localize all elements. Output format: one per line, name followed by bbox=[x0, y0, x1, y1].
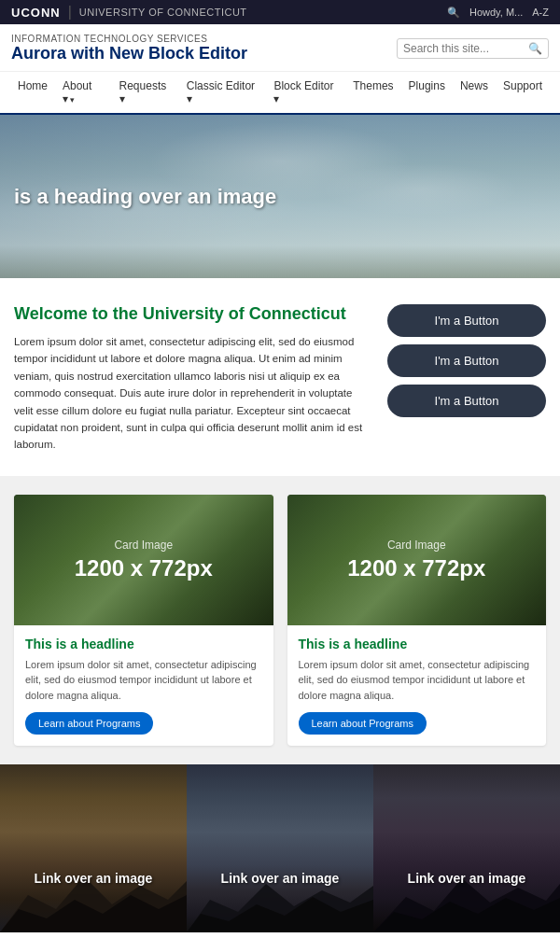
link-image-3-text: Link over an image bbox=[373, 871, 560, 886]
link-image-2-text: Link over an image bbox=[187, 871, 373, 886]
card-2-image-size: 1200 x 772px bbox=[347, 555, 485, 581]
chevron-down-icon: ▾ bbox=[63, 92, 75, 105]
az-link[interactable]: A-Z bbox=[532, 7, 549, 18]
link-image-2[interactable]: Link over an image bbox=[187, 764, 373, 932]
nav-item-plugins[interactable]: Plugins bbox=[402, 72, 452, 113]
chevron-down-icon: ▾ bbox=[187, 92, 192, 105]
card-1-image-size: 1200 x 772px bbox=[75, 555, 213, 581]
hero-heading: is a heading over an image bbox=[14, 185, 276, 209]
hero-section: is a heading over an image bbox=[0, 115, 560, 278]
main-nav: Home About ▾ Requests ▾ Classic Editor ▾… bbox=[0, 72, 560, 115]
cards-grid: Card Image 1200 x 772px This is a headli… bbox=[14, 495, 546, 747]
nav-link-support[interactable]: Support bbox=[497, 72, 549, 100]
card-1-image-label: Card Image bbox=[114, 539, 173, 552]
site-title: Aurora with New Block Editor bbox=[11, 44, 247, 63]
link-image-3[interactable]: Link over an image bbox=[373, 764, 560, 932]
search-submit-icon[interactable]: 🔍 bbox=[528, 42, 542, 55]
nav-item-block-editor[interactable]: Block Editor ▾ bbox=[267, 72, 344, 113]
card-1-button[interactable]: Learn about Programs bbox=[25, 712, 153, 735]
nav-item-requests[interactable]: Requests ▾ bbox=[113, 72, 178, 113]
nav-item-news[interactable]: News bbox=[454, 72, 495, 113]
uconn-logo: UCONN bbox=[11, 6, 61, 20]
chevron-down-icon: ▾ bbox=[273, 92, 279, 105]
nav-item-themes[interactable]: Themes bbox=[346, 72, 399, 113]
nav-link-block-editor[interactable]: Block Editor ▾ bbox=[267, 72, 344, 113]
mountain-svg-2 bbox=[187, 858, 373, 932]
site-header: INFORMATION TECHNOLOGY SERVICES Aurora w… bbox=[0, 24, 560, 72]
link-image-1-text: Link over an image bbox=[0, 871, 187, 886]
nav-item-classic-editor[interactable]: Classic Editor ▾ bbox=[180, 72, 266, 113]
cards-section: Card Image 1200 x 772px This is a headli… bbox=[0, 476, 560, 765]
card-1: Card Image 1200 x 772px This is a headli… bbox=[14, 495, 273, 747]
nav-link-about[interactable]: About ▾ bbox=[56, 72, 111, 113]
card-1-body: This is a headline Lorem ipsum dolor sit… bbox=[14, 625, 273, 747]
top-bar-right: 🔍 Howdy, M... A-Z bbox=[447, 7, 549, 19]
button-3[interactable]: I'm a Button bbox=[387, 385, 546, 417]
card-2-button[interactable]: Learn about Programs bbox=[299, 712, 427, 735]
card-1-headline: This is a headline bbox=[25, 637, 262, 651]
card-2-image-label: Card Image bbox=[387, 539, 446, 552]
button-1[interactable]: I'm a Button bbox=[387, 304, 546, 337]
card-2-image: Card Image 1200 x 772px bbox=[287, 495, 547, 625]
card-2-text: Lorem ipsum dolor sit amet, consectetur … bbox=[299, 657, 536, 704]
card-2-headline: This is a headline bbox=[299, 637, 536, 651]
welcome-heading: Welcome to the University of Connecticut bbox=[14, 304, 369, 324]
mountain-svg-1 bbox=[0, 858, 187, 932]
top-bar: UCONN | UNIVERSITY OF CONNECTICUT 🔍 Howd… bbox=[0, 0, 560, 24]
nav-item-support[interactable]: Support bbox=[497, 72, 549, 113]
site-title-area: INFORMATION TECHNOLOGY SERVICES Aurora w… bbox=[11, 34, 247, 63]
button-2[interactable]: I'm a Button bbox=[387, 344, 546, 377]
welcome-left: Welcome to the University of Connecticut… bbox=[14, 304, 369, 454]
welcome-buttons: I'm a Button I'm a Button I'm a Button bbox=[387, 304, 546, 417]
link-images-section: Link over an image Link over an image Li… bbox=[0, 764, 560, 932]
chevron-down-icon: ▾ bbox=[119, 92, 125, 105]
top-bar-left: UCONN | UNIVERSITY OF CONNECTICUT bbox=[11, 4, 247, 21]
nav-link-classic-editor[interactable]: Classic Editor ▾ bbox=[180, 72, 266, 113]
search-input[interactable] bbox=[403, 42, 525, 55]
nav-link-news[interactable]: News bbox=[454, 72, 495, 100]
nav-link-home[interactable]: Home bbox=[11, 72, 54, 100]
link-image-1[interactable]: Link over an image bbox=[0, 764, 187, 932]
welcome-section: Welcome to the University of Connecticut… bbox=[0, 278, 560, 476]
nav-item-home[interactable]: Home bbox=[11, 72, 54, 113]
it-services-label: INFORMATION TECHNOLOGY SERVICES bbox=[11, 34, 247, 44]
nav-list: Home About ▾ Requests ▾ Classic Editor ▾… bbox=[11, 72, 549, 113]
search-box[interactable]: 🔍 bbox=[397, 38, 549, 59]
mountain-svg-3 bbox=[373, 858, 560, 932]
university-name: UNIVERSITY OF CONNECTICUT bbox=[79, 7, 247, 18]
nav-link-plugins[interactable]: Plugins bbox=[402, 72, 452, 100]
card-2-body: This is a headline Lorem ipsum dolor sit… bbox=[287, 625, 547, 747]
nav-item-about[interactable]: About ▾ bbox=[56, 72, 111, 113]
nav-link-themes[interactable]: Themes bbox=[346, 72, 399, 100]
card-2: Card Image 1200 x 772px This is a headli… bbox=[287, 495, 547, 747]
card-1-text: Lorem ipsum dolor sit amet, consectetur … bbox=[25, 657, 262, 704]
welcome-body: Lorem ipsum dolor sit amet, consectetur … bbox=[14, 333, 369, 454]
nav-link-requests[interactable]: Requests ▾ bbox=[113, 72, 178, 113]
top-bar-divider: | bbox=[68, 4, 72, 21]
card-1-image: Card Image 1200 x 772px bbox=[14, 495, 273, 625]
search-icon[interactable]: 🔍 bbox=[447, 7, 460, 19]
howdy-label: Howdy, M... bbox=[469, 7, 523, 18]
